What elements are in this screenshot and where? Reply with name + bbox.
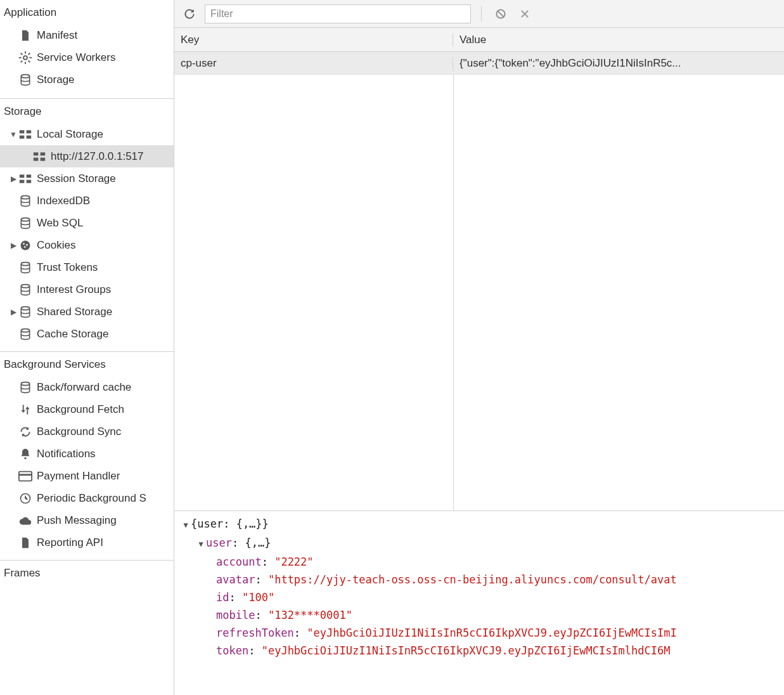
ban-icon xyxy=(494,8,507,20)
svg-point-33 xyxy=(24,457,26,459)
sync-icon xyxy=(18,424,33,439)
close-icon xyxy=(519,8,530,20)
svg-point-28 xyxy=(21,262,29,265)
tree-item-label: Reporting API xyxy=(37,536,103,549)
tree-item-label: Local Storage xyxy=(37,128,103,141)
tree-arrow: ▶ xyxy=(9,174,18,183)
db-icon xyxy=(18,380,33,395)
clear-all-button[interactable] xyxy=(492,5,510,23)
grid-icon xyxy=(18,171,33,186)
svg-rect-13 xyxy=(27,135,31,138)
svg-point-29 xyxy=(21,284,29,287)
delete-button[interactable] xyxy=(516,5,534,23)
tree-arrow: ▼ xyxy=(9,130,18,139)
tree-item-label: Back/forward cache xyxy=(37,381,131,394)
sidebar-storage-item-7[interactable]: ▶Shared Storage xyxy=(0,301,174,323)
tree-item-label: Cookies xyxy=(37,239,75,252)
svg-line-38 xyxy=(498,11,503,16)
sidebar-storage-item-1[interactable]: ▶Session Storage xyxy=(0,167,174,190)
svg-line-6 xyxy=(29,60,30,62)
sidebar-storage-item-4[interactable]: ▶Cookies xyxy=(0,234,174,256)
db-icon xyxy=(18,327,33,342)
tree-item-label: Periodic Background S xyxy=(37,492,146,505)
refresh-button[interactable] xyxy=(181,5,198,23)
svg-point-31 xyxy=(21,328,29,332)
cell-key: cp-user xyxy=(174,57,453,70)
svg-point-9 xyxy=(21,74,29,77)
sidebar-bg-item-0[interactable]: Back/forward cache xyxy=(0,376,174,398)
sidebar-bg-item-6[interactable]: Push Messaging xyxy=(0,509,174,531)
fetch-icon xyxy=(18,402,33,417)
column-header-value[interactable]: Value xyxy=(453,34,784,46)
svg-point-22 xyxy=(21,195,29,198)
file-icon xyxy=(18,28,33,43)
sidebar-storage-item-8[interactable]: Cache Storage xyxy=(0,323,174,345)
sidebar: Application ManifestService WorkersStora… xyxy=(0,0,174,695)
cloud-icon xyxy=(18,513,33,528)
svg-point-27 xyxy=(24,246,26,248)
clock-icon xyxy=(18,491,33,506)
tree-item-label: Session Storage xyxy=(37,172,116,185)
sidebar-storage-item-3[interactable]: Web SQL xyxy=(0,212,174,234)
svg-rect-14 xyxy=(34,152,39,155)
storage-table: Key Value cp-user {"user":{"token":"eyJh… xyxy=(174,28,784,511)
table-row[interactable]: cp-user {"user":{"token":"eyJhbGciOiJIUz… xyxy=(174,52,784,75)
tree-item-label: Storage xyxy=(37,74,75,86)
tree-item-label: Web SQL xyxy=(37,217,83,230)
caret-down-icon[interactable]: ▼ xyxy=(181,516,191,534)
sidebar-bg-item-5[interactable]: Periodic Background S xyxy=(0,487,174,509)
svg-rect-18 xyxy=(20,174,24,178)
svg-point-26 xyxy=(26,244,28,245)
cell-value: {"user":{"token":"eyJhbGciOiJIUzI1NiIsIn… xyxy=(459,57,784,70)
svg-rect-20 xyxy=(20,179,24,183)
sidebar-storage-item-2[interactable]: IndexedDB xyxy=(0,190,174,212)
tree-item-label: Payment Handler xyxy=(37,470,120,483)
svg-point-23 xyxy=(21,218,29,221)
db-icon xyxy=(18,72,33,88)
tree-item-label: Background Sync xyxy=(37,425,121,438)
column-header-key[interactable]: Key xyxy=(174,34,453,46)
svg-line-8 xyxy=(21,60,23,62)
svg-line-7 xyxy=(29,53,30,55)
sidebar-app-item-2[interactable]: Storage xyxy=(0,68,174,91)
tree-arrow: ▶ xyxy=(9,241,18,250)
db-icon xyxy=(18,282,33,297)
gear-icon xyxy=(18,50,33,65)
sidebar-storage-item-0-child-0[interactable]: http://127.0.0.1:517 xyxy=(0,145,174,167)
svg-rect-16 xyxy=(34,157,39,160)
sidebar-bg-item-4[interactable]: Payment Handler xyxy=(0,465,174,487)
filter-input[interactable] xyxy=(205,4,471,23)
sidebar-bg-item-2[interactable]: Background Sync xyxy=(0,420,174,443)
file-icon xyxy=(18,535,33,550)
db-icon xyxy=(18,193,33,209)
sidebar-storage-item-0[interactable]: ▼Local Storage xyxy=(0,123,174,145)
sidebar-app-item-0[interactable]: Manifest xyxy=(0,24,174,46)
bell-icon xyxy=(18,446,33,462)
sidebar-app-item-1[interactable]: Service Workers xyxy=(0,46,174,68)
tree-item-label: Manifest xyxy=(37,29,77,42)
svg-point-32 xyxy=(21,382,29,385)
refresh-icon xyxy=(183,8,196,20)
table-empty-area[interactable] xyxy=(174,75,784,511)
section-bgservices-title: Background Services xyxy=(0,352,174,376)
svg-point-24 xyxy=(21,240,30,250)
section-application-title: Application xyxy=(0,0,174,24)
sidebar-bg-item-1[interactable]: Background Fetch xyxy=(0,398,174,420)
caret-down-icon[interactable]: ▼ xyxy=(196,535,206,553)
sidebar-bg-item-7[interactable]: Reporting API xyxy=(0,531,174,554)
tree-item-label: Shared Storage xyxy=(37,306,112,318)
svg-rect-17 xyxy=(41,157,45,160)
main-panel: Key Value cp-user {"user":{"token":"eyJh… xyxy=(174,0,784,695)
toolbar xyxy=(174,0,784,28)
svg-rect-34 xyxy=(19,471,32,481)
sidebar-bg-item-3[interactable]: Notifications xyxy=(0,443,174,465)
sidebar-storage-item-6[interactable]: Interest Groups xyxy=(0,278,174,301)
svg-rect-35 xyxy=(19,474,32,476)
tree-item-label: Service Workers xyxy=(37,51,115,64)
db-icon xyxy=(18,216,33,231)
tree-item-label: http://127.0.0.1:517 xyxy=(51,150,144,163)
cookie-icon xyxy=(18,238,33,253)
svg-rect-11 xyxy=(27,130,31,133)
sidebar-storage-item-5[interactable]: Trust Tokens xyxy=(0,256,174,278)
tree-item-label: Cache Storage xyxy=(37,328,108,341)
